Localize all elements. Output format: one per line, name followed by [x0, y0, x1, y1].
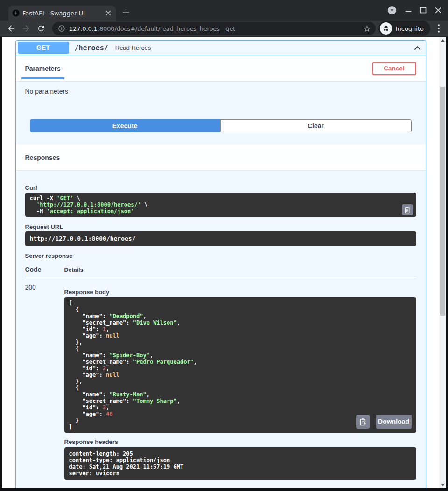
back-button[interactable] — [5, 22, 18, 35]
incognito-badge: Incognito — [378, 21, 430, 36]
url-host: 127.0.0.1 — [69, 25, 98, 32]
copy-curl-button[interactable] — [402, 204, 413, 215]
copy-response-button[interactable] — [356, 415, 370, 429]
page-content: GET /heroes/ Read Heroes Parameters Canc… — [0, 37, 448, 488]
scrollbar-down-arrow-icon[interactable] — [439, 482, 446, 488]
site-info-icon[interactable] — [58, 25, 65, 32]
parameters-title: Parameters — [25, 65, 61, 72]
bookmark-star-icon[interactable] — [363, 25, 371, 33]
response-body-block: [ { "name": "Deadpond", "secret_name": "… — [64, 297, 416, 433]
scrollbar-thumb[interactable] — [440, 87, 445, 316]
response-detail: Response body [ { "name": "Deadpond", "s… — [64, 277, 416, 480]
browser-toolbar: 127.0.0.1:8000/docs#/default/read_heroes… — [0, 21, 448, 37]
request-url-value: http://127.0.0.1:8000/heroes/ — [25, 231, 416, 246]
execute-row: Execute Clear — [16, 110, 426, 145]
window-minimize-button[interactable] — [402, 4, 414, 16]
response-headers-block: content-length: 205 content-type: applic… — [64, 447, 416, 480]
responses-header: Responses — [16, 145, 426, 170]
clear-button[interactable]: Clear — [220, 119, 412, 132]
reload-button[interactable] — [35, 22, 48, 35]
curl-block: curl -X 'GET' \ 'http://127.0.0.1:8000/h… — [25, 193, 416, 217]
menu-button[interactable] — [433, 22, 444, 35]
server-response-label: Server response — [25, 252, 416, 259]
new-tab-button[interactable] — [119, 6, 133, 19]
response-table-head: Code Details — [25, 266, 416, 277]
parameters-header: Parameters Cancel — [16, 55, 426, 81]
opblock-summary[interactable]: GET /heroes/ Read Heroes — [16, 41, 426, 55]
url-text: 127.0.0.1:8000/docs#/default/read_heroes… — [69, 25, 363, 32]
fastapi-favicon-icon — [12, 9, 20, 17]
tab-strip: FastAPI - Swagger UI — [0, 0, 448, 21]
response-body-actions: Download — [356, 415, 412, 429]
window-maximize-button[interactable] — [417, 4, 429, 16]
opblock-get-heroes: GET /heroes/ Read Heroes Parameters Canc… — [15, 40, 426, 488]
url-path: :8000/docs#/default/read_heroes_heroes__… — [98, 25, 236, 32]
window-close-button[interactable] — [432, 4, 444, 16]
browser-window: FastAPI - Swagger UI — [0, 0, 448, 491]
no-parameters-text: No parameters — [16, 81, 426, 110]
window-controls — [388, 0, 444, 21]
responses-title: Responses — [25, 154, 60, 161]
response-body-label: Response body — [64, 289, 416, 296]
collapse-chevron-icon[interactable] — [414, 45, 421, 51]
scrollbar-up-arrow-icon[interactable] — [439, 37, 446, 44]
responses-inner: Curl curl -X 'GET' \ 'http://127.0.0.1:8… — [16, 170, 426, 488]
browser-tab[interactable]: FastAPI - Swagger UI — [8, 6, 116, 21]
details-column-header: Details — [64, 267, 84, 273]
code-column-header: Code — [25, 266, 64, 273]
endpoint-summary: Read Heroes — [115, 44, 151, 51]
download-button[interactable]: Download — [376, 415, 412, 429]
swagger-page: GET /heroes/ Read Heroes Parameters Canc… — [2, 37, 439, 488]
execute-button[interactable]: Execute — [30, 119, 220, 132]
forward-button[interactable] — [20, 22, 33, 35]
endpoint-path: /heroes/ — [75, 44, 108, 52]
address-bar[interactable]: 127.0.0.1:8000/docs#/default/read_heroes… — [52, 22, 376, 35]
incognito-icon — [380, 22, 392, 35]
status-code: 200 — [25, 277, 64, 480]
tab-search-button[interactable] — [388, 6, 396, 14]
response-body-json: [ { "name": "Deadpond", "secret_name": "… — [64, 297, 416, 433]
response-row-200: 200 Response body [ { "name": "Deadpond"… — [25, 277, 416, 480]
curl-label: Curl — [25, 184, 416, 191]
tab-close-icon[interactable] — [105, 9, 112, 17]
server-response-table: Code Details 200 Response body [ { "name… — [25, 266, 416, 480]
cancel-button[interactable]: Cancel — [372, 62, 416, 75]
tab-title: FastAPI - Swagger UI — [22, 10, 105, 17]
request-url-label: Request URL — [25, 223, 416, 230]
method-badge: GET — [18, 42, 69, 54]
response-headers-label: Response headers — [64, 438, 416, 445]
page-scrollbar[interactable] — [439, 37, 446, 488]
incognito-label: Incognito — [396, 25, 424, 32]
curl-command: curl -X 'GET' \ 'http://127.0.0.1:8000/h… — [25, 193, 416, 217]
